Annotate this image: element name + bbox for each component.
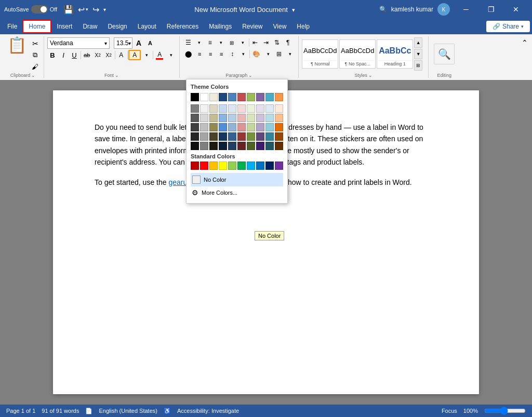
theme-shade-cell[interactable] xyxy=(237,123,246,131)
bullets-dropdown[interactable]: ▾ xyxy=(194,37,204,48)
undo-icon[interactable]: ↩ xyxy=(78,5,85,15)
title-dropdown-icon[interactable]: ▾ xyxy=(292,7,295,13)
justify-button[interactable]: ≡ xyxy=(216,49,227,59)
theme-shade-cell[interactable] xyxy=(219,104,227,113)
menu-draw[interactable]: Draw xyxy=(77,21,102,32)
theme-shade-cell[interactable] xyxy=(209,104,218,113)
search-titlebar-icon[interactable]: 🔍 xyxy=(379,6,387,13)
more-tools-icon[interactable]: ▾ xyxy=(103,7,106,12)
theme-shade-cell[interactable] xyxy=(265,104,274,113)
style-heading1[interactable]: AaBbCc Heading 1 xyxy=(377,39,413,69)
multilevel-dropdown[interactable]: ▾ xyxy=(237,37,248,48)
theme-shade-cell[interactable] xyxy=(219,114,227,122)
standard-color-cell[interactable] xyxy=(228,162,236,170)
standard-color-cell[interactable] xyxy=(200,162,208,170)
redo-icon[interactable]: ↪ xyxy=(92,5,99,15)
cut-button[interactable]: ✂ xyxy=(30,38,41,49)
menu-mailings[interactable]: Mailings xyxy=(204,21,237,32)
theme-shade-cell[interactable] xyxy=(209,114,218,122)
more-colors-option[interactable]: ⚙ More Colors... xyxy=(191,186,283,199)
theme-shade-cell[interactable] xyxy=(275,123,283,131)
font-color-button[interactable]: A xyxy=(154,50,165,60)
minimize-button[interactable]: ─ xyxy=(454,0,478,19)
font-color-dropdown[interactable]: ▾ xyxy=(166,50,176,60)
standard-color-cell[interactable] xyxy=(209,162,218,170)
theme-color-cell[interactable] xyxy=(191,93,199,101)
line-spacing-button[interactable]: ↕ xyxy=(227,49,237,59)
theme-shade-cell[interactable] xyxy=(247,114,255,122)
sort-button[interactable]: ⇅ xyxy=(272,37,282,48)
grow-font-button[interactable]: A xyxy=(134,38,144,48)
close-button[interactable]: ✕ xyxy=(504,0,528,19)
line-spacing-dropdown[interactable]: ▾ xyxy=(238,49,248,59)
theme-color-cell[interactable] xyxy=(200,93,208,101)
standard-color-cell[interactable] xyxy=(247,162,255,170)
undo-dropdown-icon[interactable]: ▾ xyxy=(86,7,88,12)
standard-color-cell[interactable] xyxy=(219,162,227,170)
theme-shade-cell[interactable] xyxy=(256,123,264,131)
theme-shade-cell[interactable] xyxy=(237,142,246,150)
standard-color-cell[interactable] xyxy=(275,162,283,170)
numbering-dropdown[interactable]: ▾ xyxy=(216,37,226,48)
styles-scroll-up[interactable]: ▲ xyxy=(414,37,422,48)
standard-color-cell[interactable] xyxy=(191,162,199,170)
numbering-button[interactable]: ≡ xyxy=(205,37,215,48)
format-painter-button[interactable]: 🖌 xyxy=(30,61,41,72)
theme-shade-cell[interactable] xyxy=(228,132,236,141)
font-name-selector[interactable]: Verdana ▾ xyxy=(47,37,110,49)
text-highlight-button[interactable]: A xyxy=(128,50,141,60)
copy-button[interactable]: ⧉ xyxy=(30,50,41,60)
menu-insert[interactable]: Insert xyxy=(51,21,77,32)
increase-indent-button[interactable]: ⇥ xyxy=(261,37,271,48)
theme-shade-cell[interactable] xyxy=(228,142,236,150)
theme-shade-cell[interactable] xyxy=(191,114,199,122)
theme-shade-cell[interactable] xyxy=(275,104,283,113)
style-normal[interactable]: AaBbCcDd ¶ Normal xyxy=(302,39,338,69)
menu-help[interactable]: Help xyxy=(291,21,315,32)
theme-shade-cell[interactable] xyxy=(237,114,246,122)
theme-shade-cell[interactable] xyxy=(200,132,208,141)
highlight-dropdown[interactable]: ▾ xyxy=(141,50,152,60)
theme-color-cell[interactable] xyxy=(228,93,236,101)
theme-shade-cell[interactable] xyxy=(275,132,283,141)
share-button[interactable]: 🔗 Share ▾ xyxy=(486,21,530,32)
theme-color-cell[interactable] xyxy=(209,93,218,101)
shrink-font-button[interactable]: A xyxy=(145,38,155,48)
theme-shade-cell[interactable] xyxy=(191,132,199,141)
theme-color-cell[interactable] xyxy=(219,93,227,101)
menu-file[interactable]: File xyxy=(2,21,22,32)
borders-dropdown[interactable]: ▾ xyxy=(285,49,295,59)
align-right-button[interactable]: ≡ xyxy=(205,49,216,59)
theme-shade-cell[interactable] xyxy=(200,104,208,113)
styles-scroll-down[interactable]: ▼ xyxy=(414,49,422,59)
no-color-option[interactable]: No Color xyxy=(191,173,283,186)
theme-shade-cell[interactable] xyxy=(256,114,264,122)
show-marks-button[interactable]: ¶ xyxy=(283,37,293,48)
theme-shade-cell[interactable] xyxy=(219,123,227,131)
menu-layout[interactable]: Layout xyxy=(132,21,162,32)
theme-shade-cell[interactable] xyxy=(237,132,246,141)
save-icon[interactable]: 💾 xyxy=(63,5,74,15)
theme-shade-cell[interactable] xyxy=(200,142,208,150)
theme-color-cell[interactable] xyxy=(275,93,283,101)
standard-color-cell[interactable] xyxy=(265,162,274,170)
autosave-control[interactable]: AutoSave Off xyxy=(4,5,57,14)
borders-button[interactable]: ⊞ xyxy=(274,49,284,59)
theme-shade-cell[interactable] xyxy=(256,104,264,113)
accessibility-status[interactable]: Accessibility: Investigate xyxy=(177,408,239,414)
theme-shade-cell[interactable] xyxy=(247,142,255,150)
shading-button[interactable]: 🎨 xyxy=(250,49,262,59)
theme-color-cell[interactable] xyxy=(265,93,274,101)
strikethrough-button[interactable]: ab xyxy=(82,50,92,60)
theme-shade-cell[interactable] xyxy=(237,104,246,113)
theme-shade-cell[interactable] xyxy=(219,132,227,141)
theme-shade-cell[interactable] xyxy=(219,142,227,150)
theme-shade-cell[interactable] xyxy=(265,123,274,131)
menu-references[interactable]: References xyxy=(162,21,204,32)
style-no-spacing[interactable]: AaBbCcDd ¶ No Spac... xyxy=(339,39,376,69)
autosave-toggle[interactable] xyxy=(31,5,48,14)
multilevel-button[interactable]: ⊞ xyxy=(227,37,237,48)
theme-shade-cell[interactable] xyxy=(247,104,255,113)
decrease-indent-button[interactable]: ⇤ xyxy=(250,37,260,48)
theme-shade-cell[interactable] xyxy=(256,132,264,141)
